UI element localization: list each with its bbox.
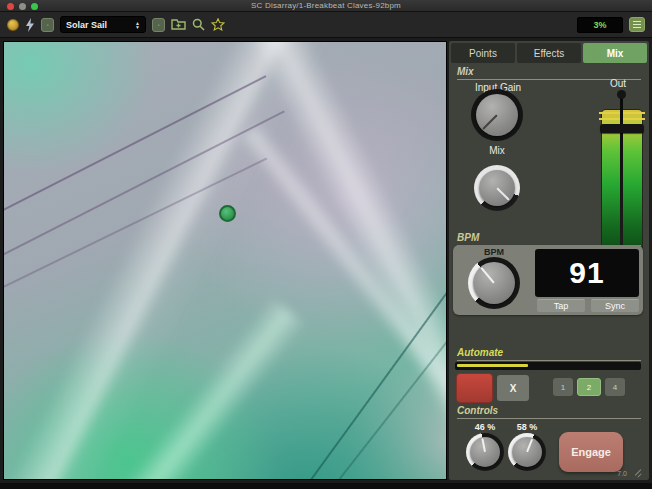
tab-bar: Points Effects Mix [451,43,647,63]
bpm-panel: BPM 91 Tap Sync [453,245,643,315]
close-button[interactable] [7,3,14,10]
control2-value: 58 % [505,422,549,432]
light-ray [3,297,307,480]
preset-dropdown[interactable]: Solar Sail ▲▼ [60,16,146,33]
mix-knob[interactable] [474,165,520,211]
cpu-value: 3% [593,20,606,30]
wire-line [3,158,267,309]
bpm-value: 91 [569,256,604,290]
resize-grip-icon[interactable] [632,468,642,477]
slot-button-4[interactable]: 4 [605,378,625,396]
light-ray [238,122,447,480]
title-bar[interactable]: SC Disarray/1-Breakbeat Claves-92bpm [0,0,652,12]
control1-value: 46 % [463,422,507,432]
automate-section-header: Automate [457,347,641,361]
preset-next-button[interactable]: ◦ [152,18,165,32]
record-button[interactable] [456,373,493,403]
power-led-icon[interactable] [7,19,19,31]
minimize-button[interactable] [19,3,26,10]
engage-button[interactable]: Engage [559,432,623,472]
cpu-meter: 3% [577,17,623,33]
controls-section-header: Controls [457,405,641,419]
star-icon[interactable] [211,18,225,31]
traffic-lights [7,3,38,10]
tab-points[interactable]: Points [451,43,515,63]
control-panel: Points Effects Mix Mix Input Gain Out Mi… [449,41,649,480]
bpm-section-header: BPM [457,232,641,246]
wire-line [285,271,447,480]
main-content: Points Effects Mix Mix Input Gain Out Mi… [0,38,652,483]
clear-button[interactable]: X [497,375,529,401]
control2-knob[interactable] [508,433,546,471]
tap-button[interactable]: Tap [537,299,585,312]
preset-name: Solar Sail [66,20,107,30]
lightning-icon[interactable] [25,18,35,32]
preset-prev-button[interactable]: ◦ [41,18,54,32]
menu-icon [633,21,641,22]
input-gain-knob[interactable] [471,89,523,141]
slot-button-2[interactable]: 2 [577,378,601,396]
mix-knob-label: Mix [467,145,527,156]
menu-button[interactable] [629,17,645,32]
output-fader-handle[interactable] [600,124,644,133]
bpm-display: 91 [535,249,639,297]
zoom-button[interactable] [31,3,38,10]
xy-cursor[interactable] [219,205,236,222]
toolbar: ◦ Solar Sail ▲▼ ◦ 3% [0,12,652,38]
plugin-window: SC Disarray/1-Breakbeat Claves-92bpm ◦ S… [0,0,652,489]
light-ray [214,41,447,455]
tab-mix[interactable]: Mix [583,43,647,63]
search-icon[interactable] [192,18,205,31]
light-ray [3,41,345,480]
chevron-up-down-icon: ▲▼ [135,21,140,29]
automate-progress-bar [455,362,641,370]
xy-pad[interactable] [3,41,447,480]
slot-button-1[interactable]: 1 [553,378,573,396]
output-fader-cap [617,90,626,99]
bpm-knob-label: BPM [464,247,524,257]
window-bottom-edge [0,483,652,489]
out-label: Out [595,78,641,89]
tab-effects[interactable]: Effects [517,43,581,63]
window-title: SC Disarray/1-Breakbeat Claves-92bpm [251,1,401,10]
wire-line [312,292,447,480]
automate-progress-fill [457,364,528,367]
wire-line [3,110,285,275]
folder-add-icon[interactable] [171,18,186,31]
control1-knob[interactable] [466,433,504,471]
version-label: 7.0 [617,470,627,477]
sync-button[interactable]: Sync [591,299,639,312]
bpm-knob[interactable] [468,257,520,309]
